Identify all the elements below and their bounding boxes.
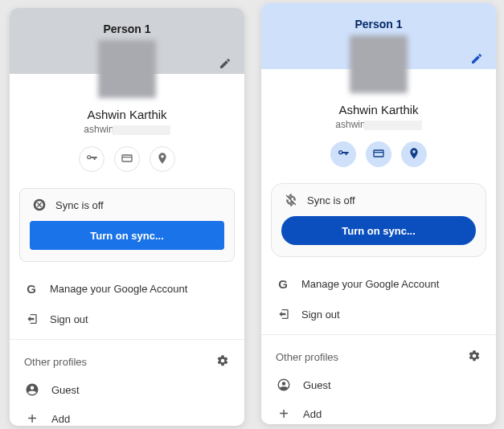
sign-out-row[interactable]: Sign out	[261, 299, 496, 329]
manage-account-label: Manage your Google Account	[50, 283, 187, 295]
manage-account-row[interactable]: G Manage your Google Account	[10, 273, 244, 304]
sync-box: Sync is off Turn on sync...	[271, 183, 486, 257]
other-profiles-header: Other profiles	[276, 351, 338, 363]
location-icon	[156, 152, 169, 167]
add-label: Add	[51, 413, 70, 425]
add-profile-row[interactable]: + Add	[274, 399, 483, 424]
other-profiles-section: Other profiles Guest + Add	[261, 340, 496, 424]
sign-out-label: Sign out	[301, 308, 340, 321]
sign-out-row[interactable]: Sign out	[10, 304, 244, 334]
guest-profile-row[interactable]: Guest	[274, 370, 483, 399]
add-profile-row[interactable]: + Add	[23, 404, 232, 426]
quick-chips	[10, 146, 244, 172]
sync-status-label: Sync is off	[307, 194, 355, 206]
user-email: ashwin	[335, 119, 421, 130]
google-g-icon: G	[24, 281, 39, 296]
addresses-chip[interactable]	[401, 141, 427, 167]
edit-profile-button[interactable]	[469, 51, 485, 67]
divider	[261, 334, 496, 335]
panel-title: Person 1	[103, 22, 150, 35]
sync-off-icon	[33, 198, 46, 211]
sign-out-label: Sign out	[50, 313, 88, 325]
panel-header: Person 1	[261, 3, 496, 69]
avatar	[350, 35, 408, 93]
sync-box: Sync is off Turn on sync...	[19, 188, 235, 262]
profile-panel-default: Person 1 Ashwin Karthik ashwin Sync is o…	[10, 8, 244, 426]
user-name: Ashwin Karthik	[261, 103, 496, 116]
plus-icon: +	[276, 406, 292, 422]
google-g-icon: G	[276, 276, 290, 291]
signout-icon	[24, 312, 39, 326]
turn-on-sync-button[interactable]: Turn on sync...	[30, 221, 224, 250]
edit-profile-button[interactable]	[217, 56, 233, 72]
panel-header: Person 1	[10, 8, 244, 74]
panel-title: Person 1	[354, 18, 402, 31]
guest-icon	[24, 382, 40, 398]
profile-panel-themed: Person 1 Ashwin Karthik ashwin Sync is o…	[261, 3, 496, 424]
manage-account-row[interactable]: G Manage your Google Account	[261, 268, 496, 299]
pencil-icon	[219, 57, 232, 72]
manage-account-label: Manage your Google Account	[301, 278, 439, 290]
passwords-chip[interactable]	[330, 141, 356, 167]
divider	[10, 339, 244, 340]
sync-status-row: Sync is off	[281, 194, 476, 206]
manage-profiles-button[interactable]	[467, 349, 481, 364]
signout-icon	[276, 307, 290, 321]
plus-icon: +	[24, 411, 40, 426]
location-icon	[408, 147, 420, 162]
other-profiles-header: Other profiles	[24, 356, 87, 368]
gear-icon	[468, 349, 481, 365]
redacted-email-mask	[364, 121, 422, 130]
sync-status-label: Sync is off	[55, 199, 104, 211]
gear-icon	[216, 354, 229, 370]
user-name: Ashwin Karthik	[10, 108, 244, 121]
menu: G Manage your Google Account Sign out	[261, 268, 496, 329]
quick-chips	[261, 141, 496, 167]
key-icon	[85, 152, 98, 167]
manage-profiles-button[interactable]	[215, 354, 230, 369]
avatar	[98, 40, 156, 98]
other-profiles-section: Other profiles Guest + Add	[10, 345, 244, 426]
user-block: Ashwin Karthik ashwin	[10, 108, 244, 135]
pencil-icon	[470, 52, 483, 67]
addresses-chip[interactable]	[150, 146, 175, 172]
turn-on-sync-button[interactable]: Turn on sync...	[281, 216, 476, 245]
card-icon	[121, 152, 133, 167]
passwords-chip[interactable]	[79, 146, 104, 172]
payments-chip[interactable]	[114, 146, 140, 172]
guest-profile-row[interactable]: Guest	[23, 375, 232, 404]
user-email: ashwin	[84, 124, 170, 135]
redacted-email-mask	[113, 125, 170, 135]
sync-off-icon	[285, 194, 297, 206]
payments-chip[interactable]	[366, 141, 391, 167]
key-icon	[337, 147, 350, 162]
add-label: Add	[303, 408, 322, 420]
guest-icon	[276, 377, 292, 393]
guest-label: Guest	[51, 384, 80, 396]
guest-label: Guest	[303, 379, 331, 391]
menu: G Manage your Google Account Sign out	[10, 273, 244, 334]
sync-status-row: Sync is off	[30, 198, 224, 211]
card-icon	[372, 147, 385, 162]
user-block: Ashwin Karthik ashwin	[261, 103, 496, 130]
